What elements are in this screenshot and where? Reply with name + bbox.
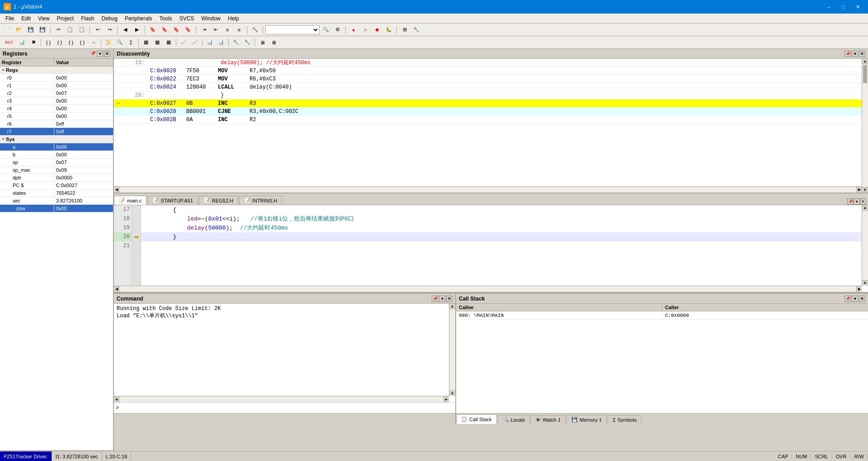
target-select[interactable] — [265, 25, 320, 34]
indent2-btn[interactable]: ≡ — [222, 25, 233, 35]
cmd-scrollbar-h[interactable]: ◀ ▶ — [114, 396, 449, 402]
build-btn[interactable]: 🔨 — [250, 25, 260, 35]
debug-btn[interactable]: 🐛 — [383, 25, 394, 35]
callstack-pin-btn[interactable]: 📌 — [844, 296, 851, 302]
reg-r5[interactable]: r50x00 — [0, 113, 113, 120]
reg-dptr[interactable]: dptr0x0000 — [0, 174, 113, 182]
reg-b[interactable]: b0x00 — [0, 151, 113, 159]
cmd-scroll-left[interactable]: ◀ — [114, 396, 119, 402]
reg-sec[interactable]: sec3.82726100 — [0, 197, 113, 205]
reg-r4[interactable]: r40x00 — [0, 105, 113, 113]
tb2-braces[interactable]: { } — [43, 38, 54, 47]
code-scroll-down[interactable]: ▼ — [862, 280, 868, 286]
reg-r7[interactable]: r70xff — [0, 128, 113, 136]
menu-peripherals[interactable]: Peripherals — [121, 14, 156, 23]
save-all-btn[interactable]: 💾 — [37, 25, 48, 35]
save-btn[interactable]: 💾 — [25, 25, 36, 35]
cmd-scroll-down[interactable]: ▼ — [449, 390, 455, 396]
reg-r3[interactable]: r30x00 — [0, 97, 113, 105]
options-btn[interactable]: 🔧 — [411, 25, 422, 35]
tb2-perf[interactable]: 📈 — [178, 38, 189, 47]
reg-sp-max[interactable]: sp_max0x09 — [0, 166, 113, 174]
code-close-btn[interactable]: ✕ — [860, 198, 866, 205]
callstack-row-0[interactable]: 000: \MAIN\MAIN C:0x0000 — [456, 311, 868, 320]
close-button[interactable]: ✕ — [851, 2, 864, 11]
callstack-expand-btn[interactable]: ▾ — [852, 296, 858, 302]
menu-view[interactable]: View — [34, 14, 53, 23]
minimize-button[interactable]: – — [822, 2, 835, 11]
tb2-b2[interactable]: ✖ — [28, 38, 39, 47]
tab-watch-1[interactable]: 👁 Watch 1 — [531, 415, 566, 424]
indent-btn[interactable]: ⇥ — [198, 25, 209, 35]
tb2-logic[interactable]: 📊 — [204, 38, 215, 47]
window-btn[interactable]: ⊞ — [399, 25, 410, 35]
tb2-tool2[interactable]: 🔧 — [242, 38, 253, 47]
tb2-mem3[interactable]: ▦ — [163, 38, 174, 47]
menu-debug[interactable]: Debug — [98, 14, 121, 23]
code-expand-btn[interactable]: ▾ — [854, 198, 860, 205]
cmd-scroll-up[interactable]: ▲ — [449, 304, 455, 309]
reg-states[interactable]: states7654522 — [0, 189, 113, 197]
menu-file[interactable]: File — [2, 14, 18, 23]
command-input[interactable] — [119, 405, 453, 411]
code-scrollbar-h[interactable]: ◀ ▶ — [114, 286, 862, 292]
tb2-perf2[interactable]: 📈 — [189, 38, 200, 47]
scroll-down-btn[interactable]: ▼ — [862, 187, 868, 193]
paste-btn[interactable]: 📋 — [76, 25, 87, 35]
rst-btn[interactable]: RST — [2, 38, 16, 47]
tb2-logic2[interactable]: 📊 — [216, 38, 226, 47]
callstack-close-btn[interactable]: ✕ — [859, 296, 865, 302]
reg-r1[interactable]: r10x00 — [0, 82, 113, 89]
undo-btn[interactable]: ↩ — [92, 25, 103, 35]
registers-close-btn[interactable]: ✕ — [104, 51, 110, 57]
copy-btn[interactable]: 📋 — [65, 25, 75, 35]
reg-r6[interactable]: r60xff — [0, 120, 113, 128]
unindent-btn[interactable]: ⇤ — [210, 25, 221, 35]
run-btn[interactable]: ● — [348, 25, 359, 35]
reg-a[interactable]: a0x00 — [0, 143, 113, 151]
settings-btn[interactable]: ⚙ — [332, 25, 343, 35]
code-scroll-up[interactable]: ▲ — [862, 205, 868, 211]
tb2-tool[interactable]: 🔧 — [231, 38, 241, 47]
tab-main-c[interactable]: 📝 main.c — [114, 196, 146, 205]
nav-fwd-btn[interactable]: ▶ — [132, 25, 142, 35]
scroll-right-btn[interactable]: ▶ — [856, 187, 862, 193]
bookmark3-btn[interactable]: 🔖 — [171, 25, 182, 35]
disasm-expand-btn[interactable]: ▾ — [852, 51, 858, 57]
tb2-mem2[interactable]: ▦ — [152, 38, 163, 47]
tb2-b1[interactable]: 📊 — [17, 38, 28, 47]
code-pin-btn[interactable]: 📌 — [847, 198, 854, 205]
menu-window[interactable]: Window — [198, 14, 224, 23]
tb2-braces3[interactable]: { } — [66, 38, 76, 47]
code-scroll-right[interactable]: ▶ — [856, 286, 862, 292]
bookmark4-btn[interactable]: 🔖 — [183, 25, 193, 35]
find-btn[interactable]: 🔍 — [321, 25, 331, 35]
nav-back-btn[interactable]: ◀ — [120, 25, 131, 35]
step-btn[interactable]: ○ — [360, 25, 371, 35]
unindent2-btn[interactable]: ≡ — [234, 25, 245, 35]
bookmark-btn[interactable]: 🔖 — [147, 25, 158, 35]
reg-r2[interactable]: r20x07 — [0, 89, 113, 97]
registers-pin-btn[interactable]: ▾ — [97, 51, 103, 57]
reg-psw[interactable]: + psw 0x00 — [0, 205, 113, 212]
tb2-braces2[interactable]: { } — [54, 38, 65, 47]
tab-intrins-h[interactable]: 📝 INTRINS.H — [239, 196, 282, 205]
tab-locals[interactable]: 🔍 Locals — [498, 415, 530, 424]
menu-tools[interactable]: Tools — [156, 14, 176, 23]
tb2-mem[interactable]: ▦ — [141, 38, 151, 47]
tb2-view[interactable]: 🔍 — [114, 38, 125, 47]
open-btn[interactable]: 📂 — [14, 25, 24, 35]
tb2-disasm[interactable]: 📜 — [103, 38, 114, 47]
disasm-scrollbar-v[interactable]: ▲ ▼ — [862, 59, 868, 193]
code-scrollbar-v[interactable]: ▲ ▼ — [862, 205, 868, 286]
command-expand-btn[interactable]: ▾ — [439, 296, 445, 302]
tab-reg52-h[interactable]: 📝 REG52.H — [199, 196, 238, 205]
cmd-scroll-right[interactable]: ▶ — [443, 396, 449, 402]
reg-pc[interactable]: PC $C:0x0027 — [0, 182, 113, 189]
disasm-scrollbar-h[interactable]: ◀ ▶ — [114, 186, 862, 193]
command-pin-btn[interactable]: 📌 — [432, 296, 438, 302]
new-btn[interactable]: 📄 — [2, 25, 13, 35]
cut-btn[interactable]: ✂ — [53, 25, 64, 35]
cmd-scrollbar-v[interactable]: ▲ ▼ — [449, 304, 455, 396]
tab-startup-a51[interactable]: 📝 STARTUP.A51 — [147, 196, 198, 205]
